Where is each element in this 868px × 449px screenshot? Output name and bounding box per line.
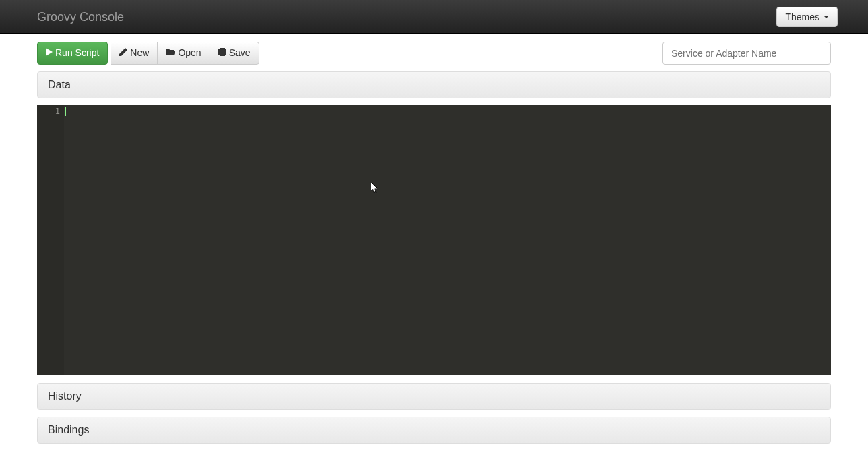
play-icon [46,47,53,60]
line-number: 1 [37,107,60,116]
pencil-icon [119,47,127,60]
editor-gutter: 1 [37,105,64,375]
toolbar-row: Run Script New Open Save [37,42,831,65]
open-label: Open [178,47,201,60]
data-panel-header[interactable]: Data [37,71,831,98]
new-label: New [130,47,149,60]
editor-text-area[interactable] [64,105,831,375]
open-button[interactable]: Open [157,42,210,65]
run-script-button[interactable]: Run Script [37,42,108,65]
save-button[interactable]: Save [210,42,259,65]
editor-cursor [65,107,66,116]
run-label: Run Script [55,47,99,60]
new-button[interactable]: New [111,42,158,65]
save-label: Save [229,47,251,60]
data-panel-label: Data [48,79,71,90]
chevron-down-icon [824,16,829,18]
button-group: Run Script New Open Save [37,42,259,65]
history-panel-label: History [48,390,82,402]
bindings-panel-label: Bindings [48,424,89,436]
save-icon [218,47,226,60]
service-adapter-search-input[interactable] [662,42,831,65]
app-title: Groovy Console [37,0,124,34]
themes-label: Themes [785,11,819,22]
themes-dropdown-button[interactable]: Themes [776,7,838,27]
history-panel-header[interactable]: History [37,383,831,410]
code-editor[interactable]: 1 [37,105,831,375]
folder-open-icon [166,47,175,60]
main-content: Run Script New Open Save [0,34,868,444]
bindings-panel-header[interactable]: Bindings [37,417,831,444]
navbar: Groovy Console Themes [0,0,868,34]
